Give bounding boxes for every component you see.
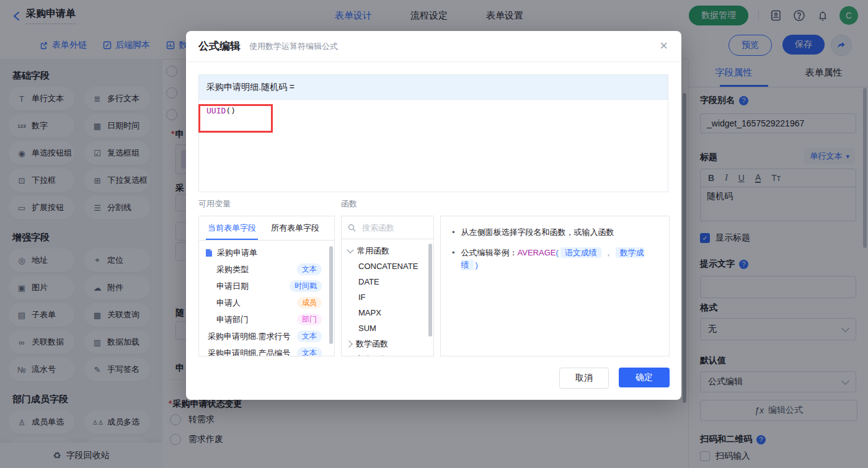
variables-scrollbar[interactable] — [329, 246, 333, 344]
variable-row[interactable]: 采购类型文本 — [199, 261, 334, 278]
variable-name: 申请部门 — [216, 314, 297, 325]
variable-row[interactable]: 申请部门部门 — [199, 311, 334, 328]
variable-row[interactable]: 申请日期时间戳 — [199, 278, 334, 294]
variables-box: 当前表单字段 所有表单字段 采购申请单 采购类型文本 申请日期时间戳 申请人成员… — [198, 216, 335, 356]
function-group-label: 数学函数 — [356, 338, 388, 350]
document-icon — [205, 249, 213, 257]
variable-row[interactable]: 采购申请明细.产品编号文本 — [199, 345, 334, 356]
close-icon[interactable]: × — [660, 38, 668, 54]
function-group-common[interactable]: 常用函数 — [342, 243, 433, 258]
formula-args: () — [226, 106, 236, 115]
function-name: SUM — [358, 324, 376, 333]
type-badge: 文本 — [297, 263, 322, 275]
variable-name: 申请日期 — [216, 281, 290, 292]
function-item[interactable]: DATE — [342, 274, 433, 289]
variable-name: 采购类型 — [216, 264, 297, 275]
type-badge: 部门 — [297, 314, 322, 325]
type-badge: 文本 — [297, 347, 322, 356]
active-tab-underline — [206, 239, 258, 240]
variable-root-row[interactable]: 采购申请单 — [199, 244, 334, 261]
example-field-chip: 语文成绩 — [560, 247, 601, 258]
paren: ) — [476, 260, 478, 270]
variable-row[interactable]: 申请人成员 — [199, 294, 334, 311]
tip-text: 从左侧面板选择字段名和函数，或输入函数 — [461, 226, 614, 239]
variable-name: 采购申请明细.需求行号 — [208, 331, 297, 342]
search-icon — [348, 224, 356, 232]
variable-name: 采购申请明细.产品编号 — [208, 348, 297, 357]
tip-example-prefix: 公式编辑举例： — [461, 248, 518, 257]
variable-root-label: 采购申请单 — [217, 247, 326, 258]
app-window: 采购申请单 表单设计 流程设定 表单设置 数据管理 — [0, 0, 868, 468]
tip-line: • 从左侧面板选择字段名和函数，或输入函数 — [452, 226, 658, 239]
example-function-name: AVERAGE — [518, 248, 556, 257]
function-group-math[interactable]: 数学函数 — [342, 336, 433, 351]
formula-function-name: UUID — [206, 106, 226, 115]
formula-editor: 采购申请明细.随机码 = UUID() — [198, 74, 668, 192]
type-badge: 文本 — [297, 330, 322, 342]
function-group-label: 文本函数 — [356, 354, 388, 357]
function-name: IF — [358, 293, 366, 302]
function-name: MAPX — [358, 308, 381, 317]
function-search-input[interactable] — [361, 223, 425, 233]
chevron-down-icon — [347, 246, 353, 253]
tab-all-form-fields[interactable]: 所有表单字段 — [271, 223, 319, 234]
modal-subtitle: 使用数学运算符编辑公式 — [249, 41, 338, 52]
function-item[interactable]: MAPX — [342, 305, 433, 320]
formula-input-area[interactable]: UUID() — [198, 99, 668, 192]
bullet-icon: • — [452, 226, 455, 239]
type-badge: 成员 — [297, 297, 322, 309]
comma: ， — [604, 248, 613, 257]
function-group-text[interactable]: 文本函数 — [342, 351, 433, 356]
type-badge: 时间戳 — [290, 280, 322, 292]
chevron-right-icon — [345, 356, 352, 356]
function-group-label: 常用函数 — [357, 245, 389, 257]
bullet-icon: • — [452, 247, 455, 259]
cancel-button[interactable]: 取消 — [559, 368, 609, 389]
variables-section-label: 可用变量 — [198, 198, 231, 210]
tab-current-form-fields[interactable]: 当前表单字段 — [208, 223, 256, 234]
function-name: DATE — [358, 277, 379, 286]
functions-box: 常用函数 CONCATENATE DATE IF MAPX SUM 数学函数 文… — [341, 216, 434, 356]
formula-edit-modal: 公式编辑 使用数学运算符编辑公式 × 采购申请明细.随机码 = UUID() 可… — [186, 31, 681, 400]
variables-list: 采购申请单 采购类型文本 申请日期时间戳 申请人成员 申请部门部门 采购申请明细… — [199, 241, 334, 356]
chevron-right-icon — [345, 340, 352, 347]
tip-example: 公式编辑举例：AVERAGE(语文成绩，数学成绩) — [461, 247, 658, 272]
variable-row[interactable]: 采购申请明细.需求行号文本 — [199, 328, 334, 345]
functions-list: 常用函数 CONCATENATE DATE IF MAPX SUM 数学函数 文… — [342, 239, 433, 356]
modal-header: 公式编辑 使用数学运算符编辑公式 — [186, 31, 681, 62]
formula-target: 采购申请明细.随机码 = — [198, 74, 668, 99]
function-item[interactable]: SUM — [342, 320, 433, 336]
modal-title: 公式编辑 — [198, 39, 241, 53]
variables-tabs: 当前表单字段 所有表单字段 — [199, 216, 334, 241]
variable-name: 申请人 — [216, 298, 297, 309]
paren: ( — [556, 248, 558, 257]
functions-scrollbar[interactable] — [428, 244, 432, 337]
formula-tips-box: • 从左侧面板选择字段名和函数，或输入函数 • 公式编辑举例：AVERAGE(语… — [440, 216, 670, 356]
function-item[interactable]: IF — [342, 289, 433, 305]
function-item[interactable]: CONCATENATE — [342, 258, 433, 274]
tip-line: • 公式编辑举例：AVERAGE(语文成绩，数学成绩) — [452, 247, 658, 272]
confirm-button[interactable]: 确定 — [619, 368, 670, 387]
functions-section-label: 函数 — [341, 198, 357, 210]
function-name: CONCATENATE — [358, 262, 418, 271]
function-search — [342, 216, 433, 239]
